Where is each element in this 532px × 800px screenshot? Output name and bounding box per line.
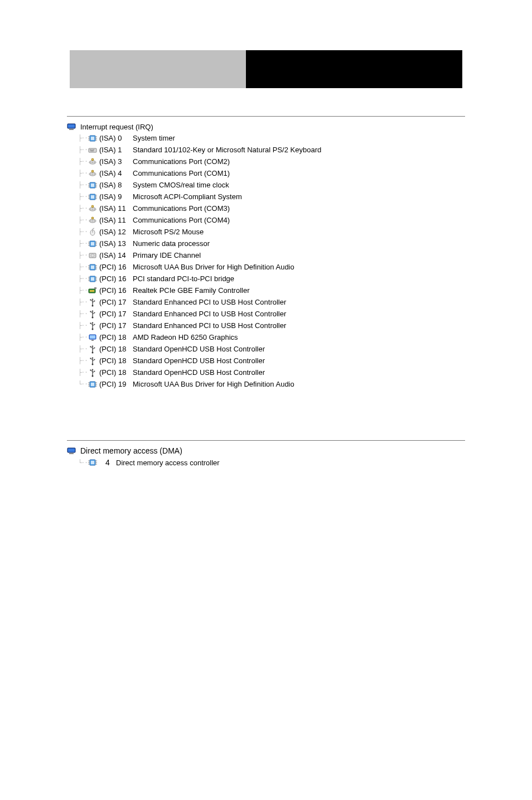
tree-item[interactable]: ├··(PCI) 17Standard Enhanced PCI to USB …: [78, 296, 465, 308]
tree-item[interactable]: ├··(PCI) 18Standard OpenHCD USB Host Con…: [78, 367, 465, 378]
svg-rect-25: [91, 184, 94, 187]
tree-item[interactable]: ├··(ISA) 11Communications Port (COM3): [78, 203, 465, 214]
device-name: PCI standard PCI-to-PCI bridge: [133, 274, 234, 283]
dma-tree-root[interactable]: Direct memory access (DMA): [67, 446, 465, 455]
resource-id: (ISA) 12: [99, 228, 133, 236]
device-name: Communications Port (COM1): [133, 169, 230, 177]
device-name: Direct memory access controller: [116, 459, 220, 467]
device-name: Microsoft UAA Bus Driver for High Defini…: [133, 380, 294, 388]
irq-tree-root[interactable]: Interrupt request (IRQ): [67, 122, 465, 131]
disk-icon: [88, 251, 97, 260]
svg-rect-14: [93, 150, 94, 150]
resource-id: (PCI) 18: [99, 368, 133, 377]
usb-icon: [88, 345, 97, 354]
tree-connector: ├··: [78, 205, 88, 212]
device-name: Communications Port (COM4): [133, 216, 230, 224]
svg-point-18: [92, 162, 93, 163]
divider: [67, 116, 465, 117]
svg-point-101: [94, 359, 95, 360]
tree-item[interactable]: └··4Direct memory access controller: [78, 456, 465, 469]
tree-item[interactable]: ├··(ISA) 1Standard 101/102-Key or Micros…: [78, 144, 465, 156]
device-name: Standard OpenHCD USB Host Controller: [133, 368, 265, 377]
dma-title: Direct memory access (DMA): [80, 446, 182, 455]
tree-item[interactable]: ├··(PCI) 17Standard Enhanced PCI to USB …: [78, 320, 465, 331]
svg-point-60: [92, 255, 93, 256]
svg-point-99: [92, 363, 94, 365]
computer-icon: [67, 122, 76, 131]
tree-connector: ├··: [78, 345, 88, 353]
tree-connector: ├··: [78, 228, 88, 235]
tree-item[interactable]: ├··(ISA) 12Microsoft PS/2 Mouse: [78, 226, 465, 238]
tree-connector: ├··: [78, 134, 88, 142]
svg-marker-91: [92, 322, 94, 323]
device-name: Numeric data processor: [133, 239, 210, 248]
resource-id: (PCI) 18: [99, 333, 133, 341]
svg-marker-83: [92, 298, 94, 300]
resource-id: (PCI) 18: [99, 345, 133, 353]
svg-marker-106: [92, 369, 94, 370]
port-icon: [88, 216, 97, 225]
svg-rect-116: [68, 449, 75, 452]
chip-icon: [88, 181, 97, 190]
resource-id: (ISA) 8: [99, 181, 133, 189]
tree-item[interactable]: ├··(ISA) 8System CMOS/real time clock: [78, 179, 465, 191]
svg-marker-102: [92, 357, 94, 358]
resource-id: (ISA) 1: [99, 146, 133, 154]
device-name: System CMOS/real time clock: [133, 181, 229, 189]
header-blank: [0, 50, 70, 88]
tree-item[interactable]: └··(PCI) 19Microsoft UAA Bus Driver for …: [78, 378, 465, 390]
svg-rect-11: [89, 148, 96, 152]
tree-item[interactable]: ├··(ISA) 14Primary IDE Channel: [78, 249, 465, 261]
tree-item[interactable]: ├··(ISA) 13Numeric data processor: [78, 238, 465, 249]
svg-point-105: [94, 370, 95, 372]
svg-marker-87: [92, 310, 94, 311]
svg-rect-81: [90, 299, 91, 300]
svg-rect-94: [91, 340, 94, 341]
device-name: Standard OpenHCD USB Host Controller: [133, 345, 265, 353]
tree-item[interactable]: ├··(PCI) 16Realtek PCIe GBE Family Contr…: [78, 285, 465, 296]
tree-connector: ├··: [78, 322, 88, 329]
divider: [67, 440, 465, 441]
svg-rect-13: [91, 150, 93, 150]
port-icon: [88, 157, 97, 166]
mouse-icon: [88, 228, 97, 237]
svg-point-42: [92, 209, 93, 210]
resource-id: (PCI) 17: [99, 298, 133, 306]
svg-rect-4: [91, 137, 94, 140]
device-name: Standard Enhanced PCI to USB Host Contro…: [133, 310, 286, 318]
svg-rect-89: [90, 322, 91, 324]
resource-id: (PCI) 17: [99, 310, 133, 318]
svg-rect-70: [91, 277, 94, 281]
tree-item[interactable]: ├··(ISA) 9Microsoft ACPI-Compliant Syste…: [78, 191, 465, 203]
tree-item[interactable]: ├··(ISA) 11Communications Port (COM4): [78, 214, 465, 226]
device-name: Standard 101/102-Key or Microsoft Natura…: [133, 146, 321, 154]
usb-icon: [88, 368, 97, 377]
svg-point-86: [94, 312, 95, 313]
tree-item[interactable]: ├··(PCI) 18AMD Radeon HD 6250 Graphics: [78, 331, 465, 343]
device-name: Realtek PCIe GBE Family Controller: [133, 286, 250, 295]
svg-rect-2: [69, 129, 74, 130]
tree-item[interactable]: ├··(PCI) 16Microsoft UAA Bus Driver for …: [78, 261, 465, 273]
tree-connector: ├··: [78, 146, 88, 153]
tree-connector: ├··: [78, 287, 88, 294]
device-name: Microsoft PS/2 Mouse: [133, 228, 204, 236]
tree-connector: ├··: [78, 170, 88, 177]
svg-point-84: [92, 316, 94, 318]
tree-item[interactable]: ├··(ISA) 3Communications Port (COM2): [78, 156, 465, 167]
svg-rect-12: [90, 150, 91, 150]
tree-item[interactable]: ├··(PCI) 16PCI standard PCI-to-PCI bridg…: [78, 273, 465, 285]
device-name: AMD Radeon HD 6250 Graphics: [133, 333, 238, 341]
tree-item[interactable]: ├··(PCI) 17Standard Enhanced PCI to USB …: [78, 308, 465, 320]
svg-point-103: [92, 375, 94, 377]
usb-icon: [88, 298, 97, 307]
tree-connector: ├··: [78, 369, 88, 376]
device-name: Standard Enhanced PCI to USB Host Contro…: [133, 298, 286, 306]
tree-item[interactable]: ├··(ISA) 4Communications Port (COM1): [78, 167, 465, 179]
svg-rect-104: [90, 369, 91, 370]
tree-item[interactable]: ├··(PCI) 18Standard OpenHCD USB Host Con…: [78, 355, 465, 367]
resource-id: (ISA) 3: [99, 157, 133, 166]
device-name: Microsoft ACPI-Compliant System: [133, 192, 242, 201]
tree-item[interactable]: ├··(PCI) 18Standard OpenHCD USB Host Con…: [78, 343, 465, 355]
tree-item[interactable]: ├··(ISA) 0System timer: [78, 132, 465, 144]
chip-icon: [88, 274, 97, 283]
